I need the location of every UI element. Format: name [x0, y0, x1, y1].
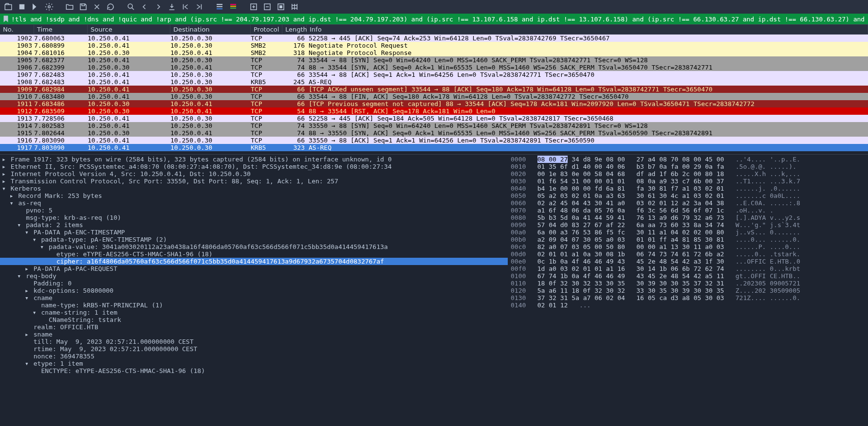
- packet-row[interactable]: 19067.68239910.250.0.3010.250.0.41TCP748…: [0, 64, 868, 71]
- tree-node[interactable]: CNameString: tstark: [0, 316, 508, 323]
- hex-row[interactable]: 00b0 a2 09 04 07 30 05 a0 03 01 01 ff a4…: [511, 236, 865, 243]
- hex-row[interactable]: 0100 67 74 1b 0a 4f 46 46 49 43 45 2e 48…: [511, 272, 865, 280]
- tree-node[interactable]: till: May 9, 2023 02:57:21.000000000 CES…: [0, 338, 508, 345]
- packet-row[interactable]: 19037.68089910.250.0.4110.250.0.30SMB217…: [0, 42, 868, 49]
- last-icon[interactable]: [194, 1, 204, 12]
- packet-row[interactable]: 19097.68298410.250.0.4110.250.0.30TCP66[…: [0, 86, 868, 93]
- save-icon[interactable]: [78, 1, 89, 12]
- tree-node[interactable]: rtime: May 9, 2023 02:57:21.000000000 CE…: [0, 345, 508, 353]
- tree-node[interactable]: ▸ Internet Protocol Version 4, Src: 10.2…: [0, 170, 508, 178]
- tree-node[interactable]: ▾ padata-type: pA-ENC-TIMESTAMP (2): [0, 236, 508, 243]
- packet-row[interactable]: 19157.80264410.250.0.3010.250.0.41TCP748…: [0, 129, 868, 137]
- tree-node[interactable]: msg-type: krb-as-req (10): [0, 214, 508, 221]
- hex-row[interactable]: 0110 18 0f 32 30 32 33 30 35 30 39 30 30…: [511, 280, 865, 287]
- close-icon[interactable]: [92, 1, 102, 12]
- hex-row[interactable]: 0040 b4 1e 00 00 00 fd 6a 81 fa 30 81 f7…: [511, 185, 865, 192]
- hex-row[interactable]: 0010 01 35 6f d1 40 00 40 06 b3 b7 0a fa…: [511, 163, 865, 170]
- reload-icon[interactable]: [105, 1, 116, 12]
- tree-node[interactable]: ▸ Ethernet II, Src: PCSSystemtec_a4:08:7…: [0, 163, 508, 170]
- packet-row[interactable]: 19167.80309010.250.0.4110.250.0.30TCP663…: [0, 137, 868, 144]
- packet-list[interactable]: 19027.68006310.250.0.4110.250.0.30TCP665…: [0, 35, 868, 154]
- hex-row[interactable]: 00c0 82 a0 07 03 05 00 50 80 00 00 a1 13…: [511, 243, 865, 250]
- tree-node[interactable]: name-type: kRB5-NT-PRINCIPAL (1): [0, 302, 508, 309]
- tree-node[interactable]: Padding: 0: [0, 280, 508, 287]
- colorize-icon[interactable]: [228, 1, 239, 12]
- hex-row[interactable]: 00a0 6a 00 a3 76 53 86 f5 fc 30 11 a1 04…: [511, 229, 865, 236]
- tree-node[interactable]: ▸ Frame 1917: 323 bytes on wire (2584 bi…: [0, 156, 508, 163]
- tree-node[interactable]: ▾ Kerberos: [0, 185, 508, 192]
- tree-node[interactable]: nonce: 369478355: [0, 353, 508, 360]
- packet-row[interactable]: 19087.68248310.250.0.4110.250.0.30KRB524…: [0, 78, 868, 86]
- tree-node[interactable]: realm: OFFICE.HTB: [0, 323, 508, 331]
- tree-node[interactable]: ▾ padata-value: 3041a003020112a23a0438a1…: [0, 243, 508, 250]
- hex-row[interactable]: 0020 00 1e 83 0e 00 58 04 68 df ad 1f 6b…: [511, 170, 865, 178]
- hex-row[interactable]: 0080 5b b3 5d 0a 41 44 59 41 76 13 a9 d6…: [511, 214, 865, 221]
- tree-node[interactable]: ▾ PA-DATA pA-ENC-TIMESTAMP: [0, 229, 508, 236]
- tree-node[interactable]: ▸ PA-DATA pA-PAC-REQUEST: [0, 265, 508, 272]
- stop-icon[interactable]: [17, 1, 27, 12]
- filter-bookmark-icon[interactable]: [1, 15, 10, 23]
- tree-node[interactable]: etype: eTYPE-AES256-CTS-HMAC-SHA1-96 (18…: [0, 250, 508, 258]
- packet-row[interactable]: 19047.68101610.250.0.3010.250.0.41SMB231…: [0, 49, 868, 56]
- tree-node[interactable]: ENCTYPE: eTYPE-AES256-CTS-HMAC-SHA1-96 (…: [0, 367, 508, 374]
- packet-row[interactable]: 19117.68348610.250.0.3010.250.0.41TCP66[…: [0, 100, 868, 107]
- hex-row[interactable]: 0070 a1 6f 48 06 da 05 76 0a f6 3c 56 6d…: [511, 207, 865, 214]
- hex-row[interactable]: 0130 37 32 31 5a a7 06 02 04 16 05 ca d3…: [511, 294, 865, 302]
- tree-node[interactable]: ▾ padata: 2 items: [0, 221, 508, 229]
- hex-row[interactable]: 00d0 02 01 01 a1 0a 30 08 1b 06 74 73 74…: [511, 250, 865, 258]
- tree-node[interactable]: ▾ cname-string: 1 item: [0, 309, 508, 316]
- zoom-out-icon[interactable]: [262, 1, 273, 12]
- options-icon[interactable]: [44, 1, 55, 12]
- tree-node[interactable]: cipher: a16f4806da05760af63c566d566f071c…: [0, 258, 508, 265]
- zoom-in-icon[interactable]: [248, 1, 259, 12]
- hex-row[interactable]: 0060 02 a2 45 04 43 30 41 a0 03 02 01 12…: [511, 199, 865, 207]
- tree-node[interactable]: ▸ sname: [0, 331, 508, 338]
- fin-icon[interactable]: [30, 1, 41, 12]
- hex-row[interactable]: 00f0 1d a0 03 02 01 01 a1 16 30 14 1b 06…: [511, 265, 865, 272]
- col-source[interactable]: Source: [88, 25, 170, 34]
- first-icon[interactable]: [180, 1, 191, 12]
- col-proto[interactable]: Protocol: [251, 25, 282, 34]
- packet-row[interactable]: 19147.80258310.250.0.4110.250.0.30TCP743…: [0, 122, 868, 129]
- tree-node[interactable]: ▾ etype: 1 item: [0, 360, 508, 367]
- tree-node[interactable]: ▾ cname: [0, 294, 508, 302]
- packet-details-tree[interactable]: ▸ Frame 1917: 323 bytes on wire (2584 bi…: [0, 155, 508, 375]
- packet-list-header: No. Time Source Destination Protocol Len…: [0, 24, 868, 35]
- tree-node[interactable]: ▸ kdc-options: 50800000: [0, 287, 508, 294]
- hex-row[interactable]: 00e0 0c 1b 0a 4f 46 46 49 43 45 2e 48 54…: [511, 258, 865, 265]
- jump-icon[interactable]: [166, 1, 177, 12]
- forward-icon[interactable]: [153, 1, 164, 12]
- packet-row[interactable]: 19107.68348010.250.0.4110.250.0.30TCP663…: [0, 93, 868, 100]
- packet-row[interactable]: 19127.68350910.250.0.3010.250.0.41TCP548…: [0, 107, 868, 115]
- open-file-icon[interactable]: [3, 1, 14, 12]
- col-len[interactable]: Length: [282, 25, 307, 34]
- col-no[interactable]: No.: [0, 25, 34, 34]
- hex-row[interactable]: 0120 5a a6 11 18 0f 32 30 32 33 30 35 30…: [511, 287, 865, 294]
- hex-row[interactable]: 0050 05 a2 03 02 01 0a a3 63 30 61 30 4c…: [511, 192, 865, 199]
- autoscroll-icon[interactable]: [214, 1, 225, 12]
- tree-node[interactable]: ▸ Transmission Control Protocol, Src Por…: [0, 178, 508, 185]
- search-icon[interactable]: [126, 1, 136, 12]
- col-time[interactable]: Time: [34, 25, 88, 34]
- display-filter-input[interactable]: [11, 16, 867, 23]
- zoom-reset-icon[interactable]: [276, 1, 286, 12]
- packet-bytes-hex[interactable]: 0000 08 00 27 34 d8 9e 08 00 27 a4 08 70…: [508, 155, 868, 375]
- hex-row[interactable]: 0030 01 f6 54 31 00 00 01 01 08 0a a9 33…: [511, 178, 865, 185]
- packet-row[interactable]: 19177.80309010.250.0.4110.250.0.30KRB532…: [0, 144, 868, 151]
- hex-row[interactable]: 0000 08 00 27 34 d8 9e 08 00 27 a4 08 70…: [511, 156, 865, 163]
- packet-row[interactable]: 19027.68006310.250.0.4110.250.0.30TCP665…: [0, 35, 868, 42]
- packet-row[interactable]: 19077.68248310.250.0.4110.250.0.30TCP663…: [0, 71, 868, 78]
- resize-cols-icon[interactable]: [289, 1, 300, 12]
- packet-row[interactable]: 19057.68237710.250.0.4110.250.0.30TCP743…: [0, 56, 868, 64]
- back-icon[interactable]: [139, 1, 150, 12]
- open-icon[interactable]: [64, 1, 75, 12]
- tree-node[interactable]: ▾ as-req: [0, 199, 508, 207]
- tree-node[interactable]: pvno: 5: [0, 207, 508, 214]
- hex-row[interactable]: 0090 57 04 d0 83 27 67 af 22 6a aa 73 60…: [511, 221, 865, 229]
- tree-node[interactable]: ▾ req-body: [0, 272, 508, 280]
- tree-node[interactable]: ▸ Record Mark: 253 bytes: [0, 192, 508, 199]
- packet-row[interactable]: 19137.72850610.250.0.4110.250.0.30TCP665…: [0, 115, 868, 122]
- col-info[interactable]: Info: [307, 25, 868, 34]
- col-dest[interactable]: Destination: [170, 25, 251, 34]
- hex-row[interactable]: 0140 02 01 12 ...: [511, 302, 865, 309]
